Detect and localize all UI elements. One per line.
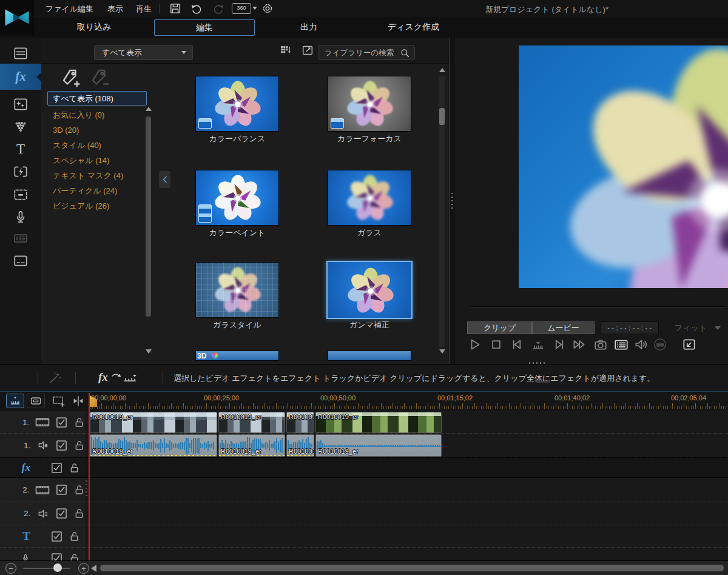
fast-forward-icon[interactable] [571, 337, 587, 352]
grid-scroll-down-icon[interactable] [439, 349, 445, 354]
timeline-view-button[interactable] [6, 394, 24, 408]
track-lock-icon[interactable] [73, 417, 85, 428]
volume-icon[interactable] [633, 337, 649, 352]
collapse-category-panel-button[interactable] [159, 171, 170, 188]
video-clip[interactable]: R0010019_er [90, 412, 217, 433]
category-special[interactable]: スペシャル (14) [47, 153, 147, 167]
category-all[interactable]: すべて表示 (108) [47, 91, 147, 106]
menu-file[interactable]: ファイル [46, 4, 78, 15]
storyboard-view-button[interactable] [27, 394, 45, 408]
track-lock-icon[interactable] [73, 440, 85, 451]
save-icon[interactable] [169, 2, 182, 15]
track-enable-checkbox[interactable] [56, 508, 67, 519]
undock-preview-icon[interactable] [681, 337, 696, 352]
mode-360-button[interactable]: 360 [232, 3, 251, 14]
tab-capture[interactable]: 取り込み [42, 17, 146, 38]
category-particle[interactable]: パーティクル (24) [47, 183, 147, 198]
effect-thumb-color-paint[interactable] [195, 170, 279, 226]
track-lock-icon[interactable] [73, 484, 85, 496]
video-clip[interactable]: R0010019_er [218, 412, 285, 433]
add-track-button[interactable] [50, 394, 68, 408]
category-3d[interactable]: 3D (20) [47, 123, 147, 137]
track-lane[interactable] [85, 502, 728, 525]
apply-effect-to-track-button[interactable]: fx [98, 369, 139, 385]
audio-clip[interactable]: R0010019_er [315, 434, 442, 457]
zoom-slider-handle[interactable] [53, 563, 62, 572]
preview-video-frame[interactable] [519, 45, 728, 288]
audio-clip[interactable]: R0010019_er [90, 434, 217, 457]
track-enable-checkbox[interactable] [56, 417, 67, 428]
category-style[interactable]: スタイル (40) [47, 138, 147, 152]
effect-room-icon[interactable]: fx [0, 64, 41, 90]
settings-gear-icon[interactable] [261, 2, 274, 15]
undo-icon[interactable] [189, 2, 204, 16]
search-icon[interactable] [399, 47, 411, 59]
track-lane[interactable] [85, 548, 728, 560]
transition-room-icon[interactable] [0, 93, 41, 115]
redo-icon[interactable] [211, 2, 226, 16]
grid-scroll-up-icon[interactable] [439, 68, 445, 72]
track-enable-checkbox[interactable] [56, 484, 67, 496]
sort-view-icon[interactable] [279, 44, 292, 57]
track-lock-icon[interactable] [69, 531, 80, 542]
category-visual[interactable]: ビジュアル (26) [47, 198, 147, 213]
effect-thumb-glass[interactable] [328, 170, 411, 226]
menu-edit[interactable]: 編集 [78, 4, 93, 15]
ruler-ticks[interactable] [90, 406, 728, 409]
previous-frame-icon[interactable] [510, 337, 525, 352]
menu-view[interactable]: 表示 [107, 4, 123, 15]
effect-thumb-partial[interactable] [328, 351, 411, 361]
tab-create-disc[interactable]: ディスク作成 [360, 17, 467, 38]
zoom-out-button[interactable]: − [5, 563, 16, 574]
splitter-grip-icon[interactable] [451, 193, 453, 209]
effect-thumb-color-focus[interactable] [328, 76, 411, 132]
voice-record-room-icon[interactable] [0, 206, 41, 228]
effect-thumb-glass-tile[interactable] [195, 262, 279, 318]
category-scrollbar[interactable] [146, 116, 151, 317]
category-text-mask[interactable]: テキスト マスク (4) [47, 168, 147, 183]
track-lane[interactable]: R0010019_er R0010019_er R0010019_er R001… [85, 434, 728, 457]
video-clip[interactable]: R0010019_er [315, 412, 442, 433]
menu-play[interactable]: 再生 [136, 4, 152, 15]
expand-library-icon[interactable] [301, 44, 314, 57]
track-enable-checkbox[interactable] [56, 440, 67, 451]
clip-mode-button[interactable]: クリップ [467, 321, 532, 334]
audio-clip[interactable]: R0010019_er [218, 434, 285, 457]
video-clip[interactable]: R0010019_er [286, 412, 314, 433]
media-room-icon[interactable] [0, 42, 41, 64]
effect-thumb-gamma-selected[interactable] [326, 261, 413, 319]
audio-clip[interactable]: R0010019_er [286, 434, 314, 457]
library-filter-dropdown[interactable]: すべて表示 [94, 45, 193, 60]
timeline-scrollbar[interactable] [100, 565, 724, 571]
effect-thumb-partial-3d[interactable]: 3D [195, 351, 279, 361]
movie-mode-button[interactable]: ムービー [532, 321, 595, 334]
video-overlay-room-icon[interactable] [0, 161, 41, 183]
zoom-slider-track[interactable] [23, 568, 70, 569]
tab-edit[interactable]: 編集 [154, 19, 255, 36]
preview-quality-icon[interactable] [613, 337, 629, 352]
playhead[interactable] [89, 393, 90, 560]
track-enable-checkbox[interactable] [51, 462, 62, 474]
add-tag-icon[interactable] [58, 67, 80, 89]
title-room-icon[interactable]: T [0, 138, 41, 160]
panel-grip-icon[interactable] [529, 362, 546, 364]
scrub-ruler-icon[interactable] [530, 337, 546, 352]
panel-grip-icon[interactable] [536, 381, 550, 383]
subtitle-room-icon[interactable] [0, 250, 41, 272]
track-enable-checkbox[interactable] [51, 553, 62, 561]
stop-icon[interactable] [488, 337, 504, 352]
split-clip-button[interactable] [69, 394, 87, 408]
grid-scrollbar[interactable] [439, 108, 445, 125]
track-lane[interactable]: R0010019_er R0010019_er R0010019_er R001… [85, 411, 728, 434]
scroll-left-icon[interactable] [91, 565, 96, 572]
track-lane[interactable] [85, 525, 728, 548]
tab-produce[interactable]: 出力 [257, 17, 360, 38]
track-header-grip-icon[interactable] [86, 480, 87, 496]
effect-thumb-color-balance[interactable] [195, 76, 279, 132]
particle-room-icon[interactable] [0, 116, 41, 138]
mode-360-chevron-icon[interactable] [252, 7, 257, 10]
library-search-input[interactable]: ライブラリーの検索 [318, 45, 415, 60]
track-lane[interactable] [85, 478, 728, 502]
track-lock-icon[interactable] [69, 553, 80, 561]
pip-object-room-icon[interactable] [0, 184, 41, 206]
